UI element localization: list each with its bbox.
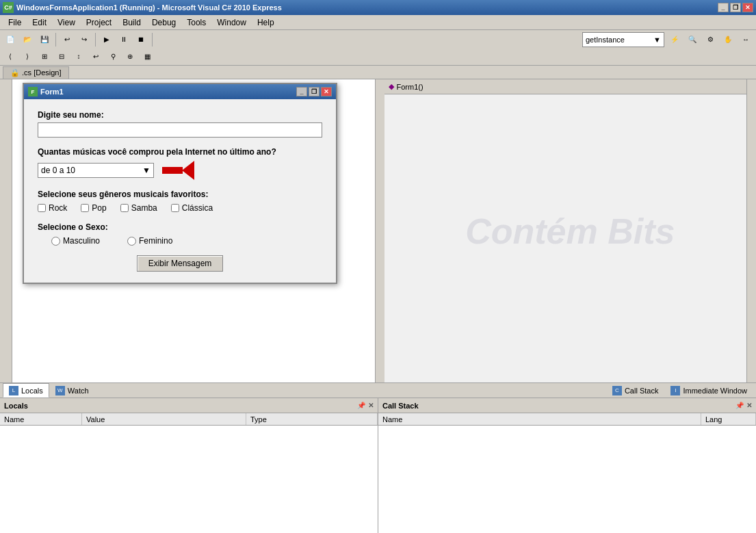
toolbar-b4[interactable]: ⊟ xyxy=(54,49,69,64)
menu-edit[interactable]: Edit xyxy=(27,16,52,29)
locals-content xyxy=(0,426,378,533)
name-label: Digite seu nome: xyxy=(38,110,322,120)
close-button[interactable]: ✕ xyxy=(742,3,753,12)
bottom-tab-bar: L Locals W Watch C Call Stack I Immediat… xyxy=(0,383,756,398)
locals-tab-label: Locals xyxy=(21,387,43,395)
locals-panel-header: Locals 📌 ✕ xyxy=(0,398,378,413)
locals-pin-icon[interactable]: 📌 xyxy=(357,402,365,409)
toolbar-btn5[interactable]: ↔ xyxy=(738,32,753,47)
samba-checkbox[interactable] xyxy=(120,204,129,212)
toolbar-save[interactable]: 💾 xyxy=(37,32,52,47)
toolbar-b7[interactable]: ⚲ xyxy=(105,49,120,64)
menu-tools[interactable]: Tools xyxy=(181,16,211,29)
watch-tab-label: Watch xyxy=(68,387,89,395)
property-panel xyxy=(746,79,756,382)
tab-immediate[interactable]: I Immediate Window xyxy=(664,383,753,398)
red-arrow-indicator xyxy=(162,161,194,180)
code-panel[interactable]: if (nomeUsuario != "") { String Musica =… xyxy=(12,79,384,382)
toolbar-start[interactable]: ▶ xyxy=(99,32,114,47)
form1-minimize[interactable]: _ xyxy=(296,87,307,96)
designer-method: Form1() xyxy=(397,83,423,91)
toolbar-sep1 xyxy=(55,33,56,47)
toolbar-open[interactable]: 📂 xyxy=(20,32,35,47)
menu-file[interactable]: File xyxy=(3,16,27,29)
locals-tab-icon: L xyxy=(9,386,18,395)
rock-checkbox[interactable] xyxy=(38,204,46,212)
music-dropdown-value: de 0 a 10 xyxy=(41,166,75,175)
classica-checkbox[interactable] xyxy=(171,204,179,212)
name-input[interactable] xyxy=(38,122,322,138)
toolbar-b9[interactable]: ▦ xyxy=(140,49,155,64)
callstack-pin-icon[interactable]: 📌 xyxy=(735,402,744,409)
exibir-mensagem-button[interactable]: Exibir Mensagem xyxy=(137,255,224,272)
music-dropdown[interactable]: de 0 a 10 ▼ xyxy=(38,163,154,178)
toolbar-btn3[interactable]: ⚙ xyxy=(703,32,718,47)
tab-locals[interactable]: L Locals xyxy=(3,383,49,398)
sex-radio-row: Masculino Feminino xyxy=(38,236,322,246)
callstack-close-icon[interactable]: ✕ xyxy=(746,402,752,409)
menu-build[interactable]: Build xyxy=(117,16,146,29)
locals-panel: Locals 📌 ✕ Name Value Type xyxy=(0,398,378,533)
samba-label: Samba xyxy=(131,203,157,213)
pop-checkbox[interactable] xyxy=(81,204,89,212)
toolbar-stop[interactable]: ⏹ xyxy=(133,32,148,47)
callstack-col-name: Name xyxy=(378,413,701,425)
toolbar-pause[interactable]: ⏸ xyxy=(116,32,131,47)
music-dropdown-row: de 0 a 10 ▼ xyxy=(38,161,322,180)
toolbar-sep3 xyxy=(152,33,153,47)
radio-feminino[interactable]: Feminino xyxy=(127,236,172,246)
arrow-body xyxy=(162,167,183,174)
checkbox-samba[interactable]: Samba xyxy=(120,203,157,213)
form1-restore[interactable]: ❐ xyxy=(309,87,320,96)
toolbar-btn2[interactable]: 🔍 xyxy=(685,32,700,47)
menu-debug[interactable]: Debug xyxy=(146,16,181,29)
toolbar-btn1[interactable]: ⚡ xyxy=(667,32,682,47)
restore-button[interactable]: ❐ xyxy=(730,3,741,12)
form1-close[interactable]: ✕ xyxy=(321,87,332,96)
form1-controls: _ ❐ ✕ xyxy=(296,87,332,96)
immediate-tab-icon: I xyxy=(670,386,680,395)
menu-window[interactable]: Window xyxy=(211,16,252,29)
genres-checkboxes: Rock Pop Samba Clássica xyxy=(38,203,322,213)
menu-help[interactable]: Help xyxy=(252,16,280,29)
editor-tab-bar: 🔒 .cs [Design] xyxy=(0,66,756,79)
main-editor: if (nomeUsuario != "") { String Musica =… xyxy=(0,79,756,382)
tab-design[interactable]: 🔒 .cs [Design] xyxy=(3,66,69,79)
locals-close-icon[interactable]: ✕ xyxy=(368,402,374,409)
toolbar-b3[interactable]: ⊞ xyxy=(37,49,52,64)
minimize-button[interactable]: _ xyxy=(718,3,729,12)
getinstance-dropdown[interactable]: getInstance ▼ xyxy=(582,32,664,47)
vertical-scrollbar[interactable] xyxy=(375,79,384,382)
radio-masculino[interactable]: Masculino xyxy=(51,236,100,246)
titlebar-controls: _ ❐ ✕ xyxy=(718,3,753,12)
toolbar-undo[interactable]: ↩ xyxy=(60,32,75,47)
bottom-area: L Locals W Watch C Call Stack I Immediat… xyxy=(0,382,756,533)
watch-tab-icon: W xyxy=(55,386,65,395)
checkbox-pop[interactable]: Pop xyxy=(81,203,106,213)
tab-callstack[interactable]: C Call Stack xyxy=(606,383,665,398)
menu-bar: File Edit View Project Build Debug Tools… xyxy=(0,15,756,30)
callstack-panel-title: Call Stack xyxy=(382,402,419,410)
toolbar-b6[interactable]: ↩ xyxy=(88,49,103,64)
form1-body: Digite seu nome: Quantas músicas você co… xyxy=(24,99,336,283)
toolbar-b5[interactable]: ↕ xyxy=(71,49,86,64)
callstack-tab-icon: C xyxy=(612,386,622,395)
menu-project[interactable]: Project xyxy=(81,16,117,29)
callstack-col-headers: Name Lang xyxy=(378,413,756,426)
toolbar-b1[interactable]: ⟨ xyxy=(3,49,18,64)
form1-titlebar: F Form1 _ ❐ ✕ xyxy=(24,84,336,99)
toolbar-btn4[interactable]: ✋ xyxy=(720,32,735,47)
menu-view[interactable]: View xyxy=(52,16,81,29)
toolbar-b2[interactable]: ⟩ xyxy=(20,49,35,64)
checkbox-classica[interactable]: Clássica xyxy=(171,203,213,213)
checkbox-rock[interactable]: Rock xyxy=(38,203,67,213)
toolbar-new[interactable]: 📄 xyxy=(3,32,18,47)
masculino-radio[interactable] xyxy=(51,237,60,246)
toolbar-redo[interactable]: ↪ xyxy=(77,32,92,47)
bottom-panels: Locals 📌 ✕ Name Value Type xyxy=(0,398,756,533)
callstack-col-lang: Lang xyxy=(701,413,756,425)
tab-watch[interactable]: W Watch xyxy=(49,383,95,398)
feminino-radio[interactable] xyxy=(127,237,136,246)
button-row: Exibir Mensagem xyxy=(38,255,322,272)
toolbar-b8[interactable]: ⊕ xyxy=(122,49,138,64)
